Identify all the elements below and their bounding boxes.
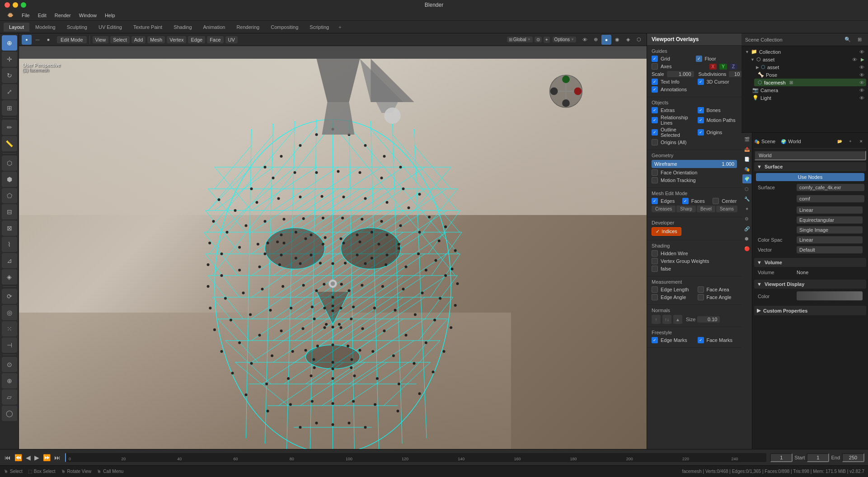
edit-mode-dropdown[interactable]: Edit Mode [57, 36, 87, 43]
hidden-wire-checkbox[interactable] [652, 250, 658, 257]
facemesh-visibility[interactable]: 👁 [859, 80, 864, 85]
prev-frame-button[interactable]: ⏪ [14, 453, 23, 462]
tab-scripting[interactable]: Scripting [304, 23, 334, 32]
physics-props-tab[interactable]: ⚙ [742, 214, 751, 223]
axis-x-button[interactable]: X [709, 64, 717, 70]
viewport-overlay-toggle[interactable]: 👁 [580, 35, 590, 45]
scale-tool[interactable]: ⤢ [2, 84, 17, 99]
facemesh-item[interactable]: ⬡ facemesh ⊞ 👁 [754, 79, 866, 86]
gizmo-toggle[interactable]: ⊕ [591, 35, 601, 45]
origins-all-checkbox[interactable] [652, 139, 658, 145]
bones-checkbox[interactable]: ✓ [698, 107, 704, 113]
relationship-lines-checkbox[interactable]: ✓ [652, 117, 658, 123]
motion-paths-checkbox[interactable]: ✓ [698, 117, 704, 123]
render-mode-material[interactable]: ◉ [612, 35, 622, 45]
scene-props-tab[interactable]: 🎭 [742, 164, 751, 173]
render-mode-rendered[interactable]: ◈ [623, 35, 633, 45]
push-pull-tool[interactable]: ⊕ [2, 373, 17, 388]
outliner-search-icon[interactable]: 🔍 [843, 35, 853, 45]
scale-input[interactable] [667, 71, 694, 77]
particles-props-tab[interactable]: ✦ [742, 204, 751, 213]
timeline-ruler[interactable]: 0 20 40 60 80 100 120 140 160 180 200 22… [65, 453, 766, 462]
world-props-tab active[interactable]: 🌍 [742, 174, 751, 183]
world-new-icon[interactable]: + [845, 136, 855, 146]
object-data-props-tab[interactable]: ⬢ [742, 234, 751, 243]
smooth-tool[interactable]: ◎ [2, 305, 17, 320]
collection-root-item[interactable]: ▼ 📁 Collection 👁 [743, 48, 866, 56]
object-props-tab[interactable]: ⬡ [742, 184, 751, 193]
modifiers-props-tab[interactable]: 🔧 [742, 194, 751, 203]
to-sphere-tool[interactable]: ◯ [2, 406, 17, 421]
viewport-canvas[interactable]: User Perspective (1) facemesh [19, 59, 647, 449]
custom-props-header[interactable]: ▶ Custom Properties [754, 306, 866, 315]
mesh-analysis-checkbox[interactable] [652, 266, 658, 272]
start-frame-input[interactable] [807, 453, 829, 462]
file-menu[interactable]: File [18, 12, 33, 19]
vertex-normals-icon[interactable]: ↑ [652, 315, 661, 324]
render-mode-solid[interactable]: ● [601, 35, 611, 45]
annotations-checkbox[interactable]: ✓ [652, 86, 658, 93]
tab-rendering[interactable]: Rendering [231, 23, 265, 32]
origins-checkbox[interactable]: ✓ [698, 129, 704, 136]
jump-end-button[interactable]: ⏭ [53, 453, 61, 462]
volume-section-header[interactable]: ▼ Volume [754, 258, 866, 267]
subdivisions-input[interactable] [729, 71, 741, 77]
normals-size-input[interactable] [697, 316, 720, 323]
bisect-tool[interactable]: ⊿ [2, 253, 17, 268]
floor-checkbox[interactable]: ✓ [696, 56, 702, 62]
vertex-select-mode[interactable]: ● [22, 35, 32, 45]
minimize-button[interactable] [13, 2, 18, 8]
face-angle-checkbox[interactable] [698, 294, 704, 300]
projection-select[interactable]: Equirectangular [797, 216, 863, 224]
blender-menu[interactable]: 🐵 [4, 11, 17, 19]
outline-selected-checkbox[interactable]: ✓ [652, 129, 658, 136]
edge-slide-tool[interactable]: ⊣ [2, 337, 17, 353]
help-menu[interactable]: Help [101, 12, 119, 19]
extras-checkbox[interactable]: ✓ [652, 107, 658, 113]
annotate-tool[interactable]: ✏ [2, 120, 17, 135]
cursor-3d-checkbox[interactable]: ✓ [698, 79, 704, 85]
shrink-tool[interactable]: ⊙ [2, 357, 17, 372]
material-props-tab[interactable]: 🔴 [742, 244, 751, 253]
offset-edge-tool[interactable]: ⊠ [2, 220, 17, 236]
view-menu[interactable]: View [93, 36, 109, 43]
asset-group-item[interactable]: ▼ ⬡ asset 👁 ▶ [749, 56, 866, 63]
edge-select-mode[interactable]: — [33, 35, 42, 45]
face-marks-checkbox[interactable]: ✓ [698, 337, 704, 343]
world-tab-item[interactable]: 🌍 World [781, 139, 801, 144]
render-menu[interactable]: Render [51, 12, 75, 19]
knife-tool[interactable]: ⌇ [2, 237, 17, 252]
pose-visibility[interactable]: 👁 [859, 72, 864, 78]
loop-cut-tool[interactable]: ⊟ [2, 204, 17, 220]
maximize-button[interactable] [21, 2, 26, 8]
face-menu[interactable]: Face [207, 36, 223, 43]
current-frame-input[interactable] [770, 453, 793, 462]
tab-uv-editing[interactable]: UV Editing [93, 23, 127, 32]
measure-tool[interactable]: 📏 [2, 136, 17, 151]
surface-input[interactable] [797, 184, 864, 191]
world-browse-icon[interactable]: 📂 [835, 136, 845, 146]
tab-animation[interactable]: Animation [198, 23, 231, 32]
face-area-checkbox[interactable] [698, 286, 704, 293]
world-name-input[interactable] [754, 150, 866, 160]
window-menu[interactable]: Window [75, 12, 100, 19]
grid-checkbox[interactable]: ✓ [652, 56, 658, 62]
text-info-checkbox[interactable]: ✓ [652, 79, 658, 85]
mesh-menu[interactable]: Mesh [147, 36, 165, 43]
collection-visibility-icon[interactable]: 👁 [859, 49, 864, 55]
tab-sculpting[interactable]: Sculpting [61, 23, 93, 32]
color-space-select[interactable]: Linear [797, 236, 863, 243]
seams-tab[interactable]: Seams [716, 206, 737, 212]
scene-tab-item[interactable]: 🎭 Scene [754, 139, 775, 144]
select-menu[interactable]: Select [110, 36, 130, 43]
output-props-tab[interactable]: 📤 [742, 145, 751, 154]
edit-menu[interactable]: Edit [34, 12, 50, 19]
face-normals-icon[interactable]: ▲ [673, 315, 682, 324]
tab-layout[interactable]: Layout [4, 23, 29, 32]
add-menu[interactable]: Add [131, 36, 146, 43]
sharp-tab[interactable]: Sharp [676, 206, 696, 212]
color-swatch[interactable] [797, 291, 863, 300]
bevel-tool[interactable]: ⬠ [2, 188, 17, 203]
asset-group-visibility[interactable]: 👁 [852, 57, 857, 62]
asset-mesh-visibility[interactable]: 👁 [859, 65, 864, 70]
